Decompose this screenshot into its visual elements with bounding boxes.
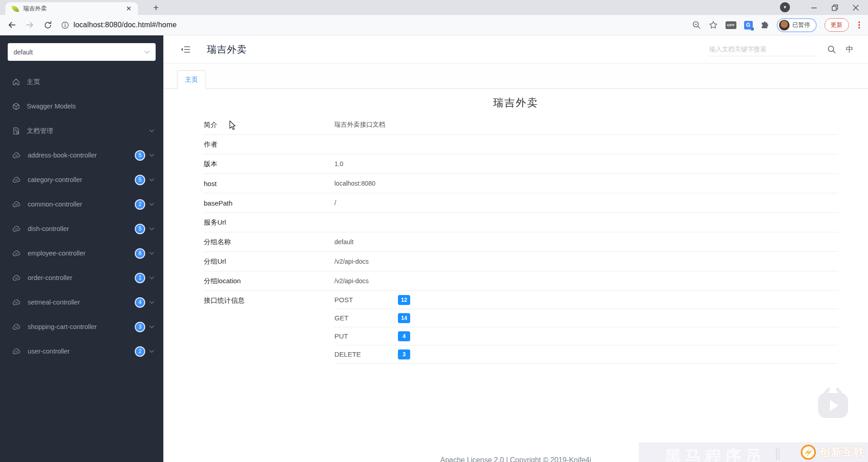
sidebar-item-label: dish-controller bbox=[28, 225, 135, 232]
method-name: POST bbox=[334, 296, 398, 304]
profile-pill[interactable]: 已暂停 bbox=[777, 18, 817, 32]
chevron-down-icon bbox=[149, 227, 154, 231]
sidebar-item-swagger-models[interactable]: Swagger Models bbox=[0, 94, 163, 118]
sidebar-item-label: order-controller bbox=[28, 274, 135, 281]
more-menu-icon[interactable] bbox=[857, 20, 862, 29]
browser-toolbar: localhost:8080/doc.html#/home OFF G 已暂停 … bbox=[0, 15, 868, 35]
sidebar-item-order-controller[interactable]: APIorder-controller1 bbox=[0, 265, 163, 290]
update-button[interactable]: 更新 bbox=[824, 18, 849, 32]
extension-off-icon[interactable]: OFF bbox=[726, 21, 736, 29]
sidebar-item-label: setmeal-controller bbox=[28, 299, 135, 306]
url-text[interactable]: localhost:8080/doc.html#/home bbox=[74, 21, 177, 29]
info-row-value: localhost:8080 bbox=[334, 180, 375, 187]
tab-close-icon[interactable]: ✕ bbox=[124, 5, 133, 13]
close-icon[interactable] bbox=[845, 0, 866, 15]
method-count-badge: 3 bbox=[398, 349, 410, 359]
main-area: 瑞吉外卖 中 主页 瑞吉外卖 简介瑞吉外卖接口文档作者版本1.0hostloca… bbox=[163, 35, 868, 462]
svg-text:API: API bbox=[15, 228, 18, 231]
sidebar-item-label: 文档管理 bbox=[27, 127, 149, 135]
restore-icon[interactable] bbox=[824, 0, 845, 15]
sidebar-item-user-controller[interactable]: APIuser-controller2 bbox=[0, 339, 163, 364]
sidebar-item-shopping-cart-controller[interactable]: APIshopping-cart-controller3 bbox=[0, 315, 163, 339]
chevron-down-icon bbox=[149, 276, 154, 280]
api-count-badge: 5 bbox=[135, 224, 145, 234]
browser-tab-title: 瑞吉外卖 bbox=[23, 5, 124, 13]
info-row-value: 1.0 bbox=[334, 160, 343, 167]
api-count-badge: 2 bbox=[135, 199, 145, 210]
svg-text:API: API bbox=[15, 351, 18, 353]
api-cloud-icon: API bbox=[12, 201, 21, 208]
tab-home[interactable]: 主页 bbox=[177, 70, 206, 89]
api-cloud-icon: API bbox=[12, 324, 21, 330]
svg-text:API: API bbox=[15, 179, 18, 182]
new-tab-icon[interactable]: + bbox=[150, 1, 162, 14]
minimize-icon[interactable] bbox=[804, 0, 824, 15]
profile-avatar bbox=[779, 20, 790, 30]
menu-fold-icon[interactable] bbox=[181, 45, 191, 54]
api-count-badge: 4 bbox=[135, 297, 145, 308]
forward-icon[interactable] bbox=[25, 20, 34, 29]
sidebar-item-setmeal-controller[interactable]: APIsetmeal-controller4 bbox=[0, 290, 163, 315]
info-row: 分组Url/v2/api-docs bbox=[204, 252, 838, 271]
chevron-down-icon bbox=[149, 350, 154, 353]
search-icon[interactable] bbox=[827, 45, 836, 54]
info-row-label: basePath bbox=[204, 199, 334, 207]
info-row: 服务Url bbox=[204, 213, 838, 232]
api-stats-table: POST12GET14PUT4DELETE3 bbox=[334, 291, 838, 364]
method-stat-row: PUT4 bbox=[334, 327, 838, 345]
sidebar-item-address-book-controller[interactable]: APIaddress-book-controller5 bbox=[0, 143, 163, 167]
info-row: 分组名称default bbox=[204, 232, 838, 252]
brand-watermark: 创新互联 bbox=[800, 444, 865, 461]
favicon-leaf-icon bbox=[11, 5, 19, 13]
api-cloud-icon: API bbox=[12, 152, 21, 159]
sidebar: default 主页Swagger Models文档管理APIaddress-b… bbox=[0, 35, 163, 462]
back-icon[interactable] bbox=[7, 20, 16, 29]
api-count-badge: 5 bbox=[135, 150, 145, 161]
api-count-badge: 6 bbox=[135, 248, 145, 259]
extensions-puzzle-icon[interactable] bbox=[760, 21, 769, 29]
sidebar-item-label: common-controller bbox=[28, 201, 135, 208]
browser-tab[interactable]: 瑞吉外卖 ✕ bbox=[5, 2, 138, 15]
sidebar-item-label: employee-controller bbox=[28, 250, 135, 257]
api-stats-label: 接口统计信息 bbox=[204, 291, 334, 305]
tab-dropdown-icon[interactable]: ▼ bbox=[780, 2, 790, 12]
site-info-icon[interactable] bbox=[61, 21, 69, 29]
chevron-down-icon bbox=[149, 301, 154, 304]
address-bar[interactable]: localhost:8080/doc.html#/home bbox=[61, 21, 177, 29]
sidebar-item-home[interactable]: 主页 bbox=[0, 69, 163, 94]
watermark-band: 黑马程序员 创新互联 bbox=[639, 442, 868, 462]
info-row-value: /v2/api-docs bbox=[334, 277, 368, 285]
lang-zh-icon[interactable]: 中 bbox=[846, 44, 855, 54]
bookmark-star-icon[interactable] bbox=[709, 20, 718, 29]
sidebar-menu: 主页Swagger Models文档管理APIaddress-book-cont… bbox=[0, 69, 163, 364]
sidebar-item-doc-management[interactable]: 文档管理 bbox=[0, 118, 163, 143]
method-stat-row: POST12 bbox=[334, 291, 838, 309]
sidebar-item-dish-controller[interactable]: APIdish-controller5 bbox=[0, 216, 163, 241]
sidebar-item-common-controller[interactable]: APIcommon-controller2 bbox=[0, 192, 163, 216]
group-select[interactable]: default bbox=[8, 43, 156, 61]
select-chevron-icon bbox=[144, 50, 150, 54]
sidebar-item-category-controller[interactable]: APIcategory-controller5 bbox=[0, 167, 163, 192]
api-cloud-icon: API bbox=[12, 275, 21, 281]
brand-name: 创新互联 bbox=[820, 445, 865, 459]
sidebar-item-employee-controller[interactable]: APIemployee-controller6 bbox=[0, 241, 163, 265]
method-stat-row: GET14 bbox=[334, 309, 838, 327]
api-cloud-icon: API bbox=[12, 299, 21, 306]
api-count-badge: 2 bbox=[135, 346, 145, 357]
method-name: GET bbox=[334, 314, 398, 322]
api-count-badge: 5 bbox=[135, 175, 145, 185]
info-row: 作者 bbox=[204, 135, 838, 154]
info-row: basePath/ bbox=[204, 193, 838, 213]
doc-search-input[interactable] bbox=[708, 42, 817, 56]
translate-icon[interactable]: G bbox=[744, 21, 753, 29]
reload-icon[interactable] bbox=[44, 21, 52, 29]
zoom-out-icon[interactable] bbox=[692, 20, 701, 29]
svg-text:API: API bbox=[15, 302, 18, 304]
app-title: 瑞吉外卖 bbox=[207, 43, 247, 56]
info-row: hostlocalhost:8080 bbox=[204, 174, 838, 193]
svg-text:API: API bbox=[15, 253, 18, 255]
info-row-label: 分组location bbox=[204, 277, 334, 285]
method-name: PUT bbox=[334, 332, 398, 340]
api-count-badge: 1 bbox=[135, 273, 145, 283]
play-tv-icon[interactable] bbox=[814, 387, 852, 425]
